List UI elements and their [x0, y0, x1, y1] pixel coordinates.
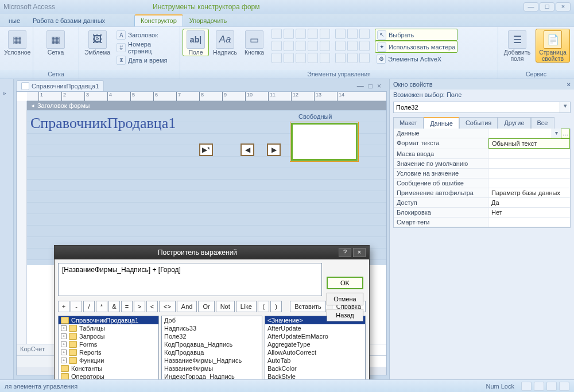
grid-button[interactable]: ▦ Сетка	[36, 29, 76, 56]
ctrl-icon[interactable]	[347, 29, 358, 39]
tab-main[interactable]: ные	[2, 15, 26, 26]
tree-item[interactable]: +Reports	[59, 348, 158, 356]
ctrl-icon[interactable]	[347, 41, 358, 51]
list-item[interactable]: AfterUpdate	[265, 324, 365, 332]
ctrl-icon[interactable]	[284, 29, 294, 39]
ctrl-icon[interactable]	[308, 29, 318, 39]
list-item[interactable]: НазваниеФирмы_Надпись	[162, 356, 262, 364]
emblem-button[interactable]: 🖼 Эмблема	[82, 29, 113, 56]
view-form-icon[interactable]	[521, 382, 532, 391]
property-row[interactable]: Значение по умолчанию	[394, 159, 570, 169]
op-button[interactable]: /	[83, 301, 95, 312]
unbound-field[interactable]: Свободный	[291, 123, 358, 161]
add-fields-button[interactable]: ☰ Добавить поля	[501, 29, 534, 63]
ctrl-icon[interactable]	[359, 41, 370, 51]
op-button[interactable]: Not	[216, 301, 235, 312]
ctrl-icon[interactable]	[359, 29, 370, 39]
ok-button[interactable]: OK	[327, 277, 363, 289]
band-header[interactable]: Заголовок формы	[27, 101, 386, 110]
op-button[interactable]: <>	[159, 301, 176, 312]
property-row[interactable]: Сообщение об ошибке	[394, 178, 570, 188]
category-tree[interactable]: СправочникПродавца1+Таблицы+Запросы+Form…	[58, 316, 159, 379]
view-design-icon[interactable]	[559, 382, 569, 391]
op-button[interactable]: <	[146, 301, 158, 312]
ellipsis-button[interactable]: …	[561, 129, 570, 138]
list-item[interactable]: Доб	[162, 316, 262, 324]
property-tab[interactable]: Все	[531, 117, 554, 129]
view-datasheet-icon[interactable]	[534, 382, 544, 391]
button-button[interactable]: ▭ Кнопка	[241, 29, 267, 56]
ctrl-icon[interactable]	[308, 41, 318, 51]
op-button[interactable]: =	[121, 301, 133, 312]
op-button[interactable]: *	[96, 301, 107, 312]
back-button[interactable]: Назад	[327, 309, 363, 321]
tree-item[interactable]: СправочникПродавца1	[59, 316, 158, 324]
chevron-down-icon[interactable]: ▾	[552, 129, 561, 138]
cancel-button[interactable]: Отмена	[327, 293, 363, 305]
datetime-button[interactable]: ⧗Дата и время	[115, 54, 177, 67]
property-tab[interactable]: События	[459, 117, 498, 129]
tree-item[interactable]: +Функции	[59, 356, 158, 364]
list-item[interactable]: Поле32	[162, 332, 262, 340]
ctrl-icon[interactable]	[359, 53, 370, 63]
op-button[interactable]: )	[270, 301, 282, 312]
property-row[interactable]: Маска ввода	[394, 149, 570, 159]
insert-button[interactable]: Вставить	[290, 301, 326, 312]
list-item[interactable]: AfterUpdateEmMacro	[265, 332, 365, 340]
tree-item[interactable]: +Таблицы	[59, 324, 158, 332]
property-row[interactable]: БлокировкаНет	[394, 208, 570, 218]
doc-max[interactable]: □	[369, 82, 373, 90]
op-button[interactable]: And	[177, 301, 197, 312]
property-tab[interactable]: Другие	[498, 117, 530, 129]
ctrl-icon[interactable]	[272, 29, 282, 39]
ctrl-icon[interactable]	[347, 53, 358, 63]
tree-item[interactable]: Константы	[59, 364, 158, 372]
title-button[interactable]: AЗаголовок	[115, 29, 177, 41]
doc-min[interactable]: —	[357, 82, 364, 90]
close-button[interactable]: ×	[556, 2, 571, 11]
items-list[interactable]: ДобНадпись33Поле32КодПродавца_НадписьКод…	[161, 316, 262, 379]
chevron-down-icon[interactable]: ▾	[560, 102, 571, 113]
ctrl-icon[interactable]	[320, 29, 330, 39]
conditional-button[interactable]: ▦ Условное	[2, 29, 32, 56]
properties-header[interactable]: Окно свойств ×	[390, 79, 574, 90]
ctrl-icon[interactable]	[272, 41, 282, 51]
activex-button[interactable]: ⚙Элементы ActiveX	[375, 53, 457, 65]
ctrl-icon[interactable]	[296, 53, 306, 63]
list-item[interactable]: BackColor	[265, 364, 365, 372]
form-title-label[interactable]: СправочникПродавца1	[30, 115, 176, 132]
property-tab[interactable]: Макет	[393, 117, 424, 129]
list-item[interactable]: AllowAutoCorrect	[265, 348, 365, 356]
op-button[interactable]: &	[108, 301, 120, 312]
property-page-button[interactable]: 📄 Страница свойств	[536, 29, 570, 63]
select-button[interactable]: ↖Выбрать	[375, 29, 457, 41]
nav-first[interactable]: ▶*	[199, 143, 213, 156]
property-row[interactable]: Применение автофильтраПараметр базы данн…	[394, 188, 570, 198]
list-item[interactable]: НазваниеФирмы	[162, 364, 262, 372]
list-item[interactable]: AggregateType	[265, 340, 365, 348]
object-selector[interactable]: ▾	[393, 102, 571, 113]
design-grid[interactable]: СправочникПродавца1 ▶* ◀ ▶ Свободный	[27, 110, 386, 265]
dialog-titlebar[interactable]: Построитель выражений ? ×	[55, 246, 369, 259]
op-button[interactable]: >	[134, 301, 145, 312]
min-button[interactable]: —	[523, 2, 538, 11]
view-layout-icon[interactable]	[546, 382, 557, 391]
dialog-close-button[interactable]: ×	[353, 248, 366, 257]
properties-list[interactable]: <Значение>AfterUpdateAfterUpdateEmMacroA…	[265, 316, 366, 379]
op-button[interactable]: +	[58, 301, 69, 312]
close-icon[interactable]: ×	[567, 81, 571, 88]
dialog-help-button[interactable]: ?	[339, 248, 351, 257]
ctrl-icon[interactable]	[284, 41, 294, 51]
nav-next[interactable]: ▶	[267, 143, 281, 156]
list-item[interactable]: BackStyle	[265, 372, 365, 379]
use-wizards-button[interactable]: ✦Использовать мастера	[375, 41, 457, 53]
tab-arrange[interactable]: Упорядочить	[183, 15, 233, 26]
op-button[interactable]: Or	[198, 301, 214, 312]
property-row[interactable]: ДоступДа	[394, 198, 570, 208]
pagenum-button[interactable]: #Номера страниц	[115, 41, 177, 54]
ctrl-icon[interactable]	[335, 41, 346, 51]
tree-item[interactable]: +Запросы	[59, 332, 158, 340]
expression-input[interactable]	[58, 263, 322, 296]
field-button[interactable]: ab| Поле	[183, 29, 209, 56]
list-item[interactable]: Надпись33	[162, 324, 262, 332]
